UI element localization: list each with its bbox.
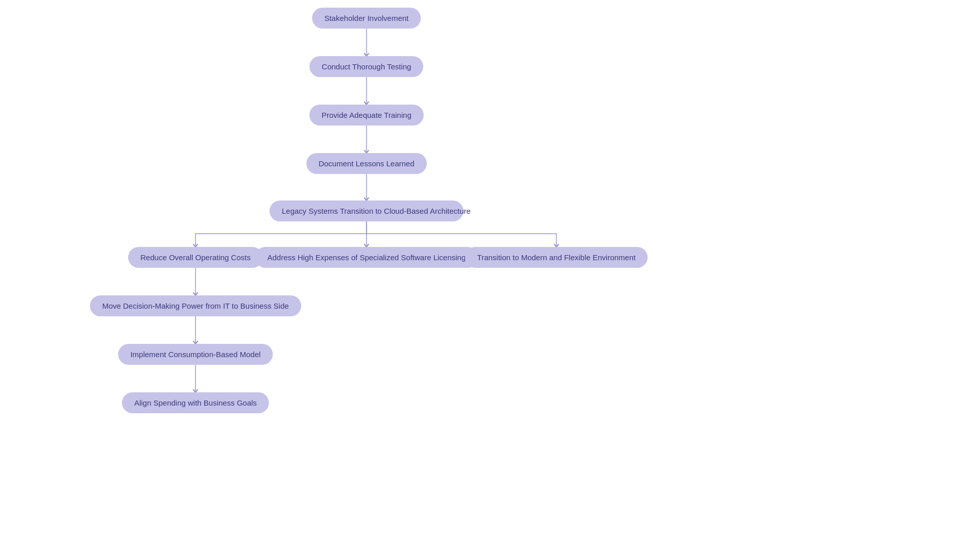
- node-legacy: Legacy Systems Transition to Cloud-Based…: [270, 201, 463, 221]
- node-consumption: Implement Consumption-Based Model: [118, 344, 273, 365]
- node-address: Address High Expenses of Specialized Sof…: [255, 247, 478, 268]
- node-lessons: Document Lessons Learned: [306, 153, 427, 174]
- node-transition: Transition to Modern and Flexible Enviro…: [465, 247, 648, 268]
- node-training: Provide Adequate Training: [309, 105, 424, 126]
- node-testing: Conduct Thorough Testing: [309, 56, 423, 77]
- node-reduce: Reduce Overall Operating Costs: [128, 247, 263, 268]
- connections-svg: [0, 0, 980, 551]
- node-stakeholder: Stakeholder Involvement: [312, 8, 421, 29]
- node-align: Align Spending with Business Goals: [122, 392, 269, 413]
- node-decision: Move Decision-Making Power from IT to Bu…: [90, 295, 301, 316]
- diagram-container: Stakeholder Involvement Conduct Thorough…: [0, 0, 980, 551]
